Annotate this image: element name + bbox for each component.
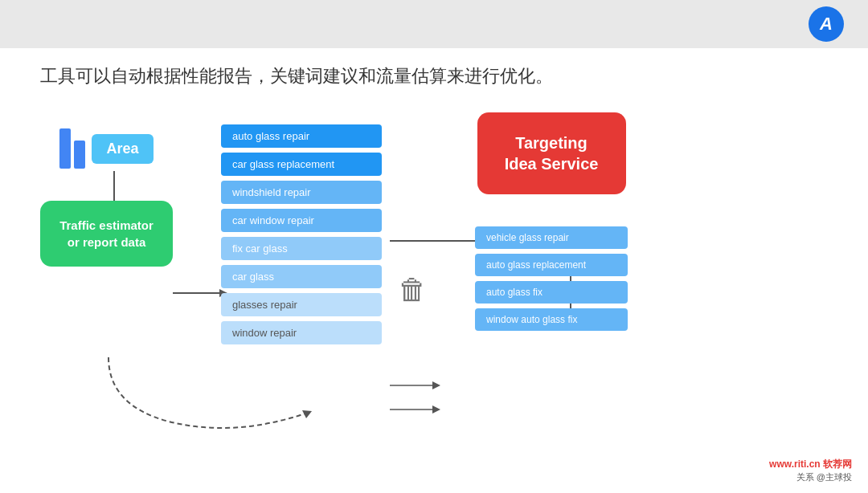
trash-icon: 🗑 bbox=[398, 273, 427, 307]
list-item: auto glass fix bbox=[475, 281, 628, 304]
list-item: window repair bbox=[221, 321, 382, 344]
list-item: auto glass replacement bbox=[475, 254, 628, 276]
right-section: Targeting Idea Service vehicle glass rep… bbox=[475, 112, 628, 331]
traffic-label: Traffic estimatoror report data bbox=[59, 218, 154, 249]
list-item: windshield repair bbox=[221, 181, 382, 204]
main-container: A 工具可以自动根据性能报告，关键词建议和流量估算来进行优化。 bbox=[0, 0, 868, 493]
watermark: www.riti.cn 软荐网 关系 @主球投 bbox=[769, 458, 852, 483]
watermark-line2: 关系 @主球投 bbox=[769, 471, 852, 483]
result-keywords: vehicle glass repair auto glass replacem… bbox=[475, 226, 628, 331]
google-ads-logo: A bbox=[809, 6, 844, 42]
list-item: vehicle glass repair bbox=[475, 226, 628, 249]
list-item: car glass bbox=[221, 265, 382, 288]
middle-section: auto glass repair car glass replacement … bbox=[221, 124, 382, 344]
keyword-list: auto glass repair car glass replacement … bbox=[221, 124, 382, 344]
list-item: glasses repair bbox=[221, 293, 382, 316]
traffic-estimator-box: Traffic estimatoror report data bbox=[40, 201, 173, 267]
top-bar: A bbox=[0, 0, 868, 48]
area-label: Area bbox=[92, 134, 153, 164]
left-section: Area Traffic estimatoror report data bbox=[40, 128, 173, 267]
list-item: car glass replacement bbox=[221, 153, 382, 176]
blue-bar-1 bbox=[59, 128, 71, 169]
blue-bars-icon bbox=[59, 128, 85, 169]
list-item: car window repair bbox=[221, 209, 382, 232]
svg-marker-4 bbox=[302, 410, 312, 418]
watermark-line1: www.riti.cn 软荐网 bbox=[769, 458, 852, 471]
area-box: Area bbox=[59, 128, 153, 169]
list-item: window auto glass fix bbox=[475, 308, 628, 331]
targeting-box: Targeting Idea Service bbox=[477, 112, 626, 194]
list-item: auto glass repair bbox=[221, 124, 382, 148]
svg-marker-10 bbox=[432, 405, 440, 414]
logo-text: A bbox=[820, 14, 833, 35]
list-item: fix car glass bbox=[221, 237, 382, 260]
diagram: Area Traffic estimatoror report data aut… bbox=[40, 112, 828, 458]
targeting-label: Targeting Idea Service bbox=[505, 134, 599, 173]
svg-marker-8 bbox=[432, 381, 440, 389]
content-area: 工具可以自动根据性能报告，关键词建议和流量估算来进行优化。 bbox=[0, 48, 868, 474]
trash-area: 🗑 bbox=[398, 273, 427, 307]
headline-text: 工具可以自动根据性能报告，关键词建议和流量估算来进行优化。 bbox=[40, 64, 828, 88]
blue-bar-2 bbox=[74, 141, 85, 169]
